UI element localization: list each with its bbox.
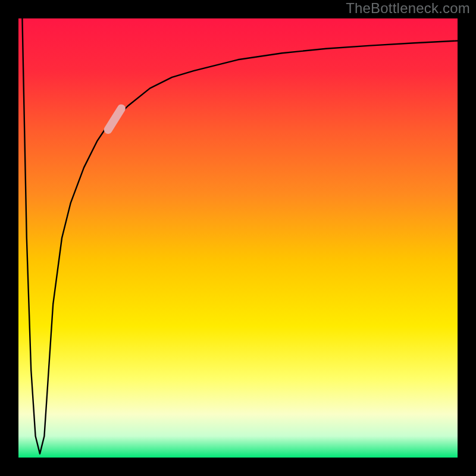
- plot-area: [18, 18, 458, 458]
- chart-container: TheBottleneck.com: [0, 0, 476, 476]
- chart-svg: [0, 0, 476, 476]
- watermark: TheBottleneck.com: [346, 0, 470, 17]
